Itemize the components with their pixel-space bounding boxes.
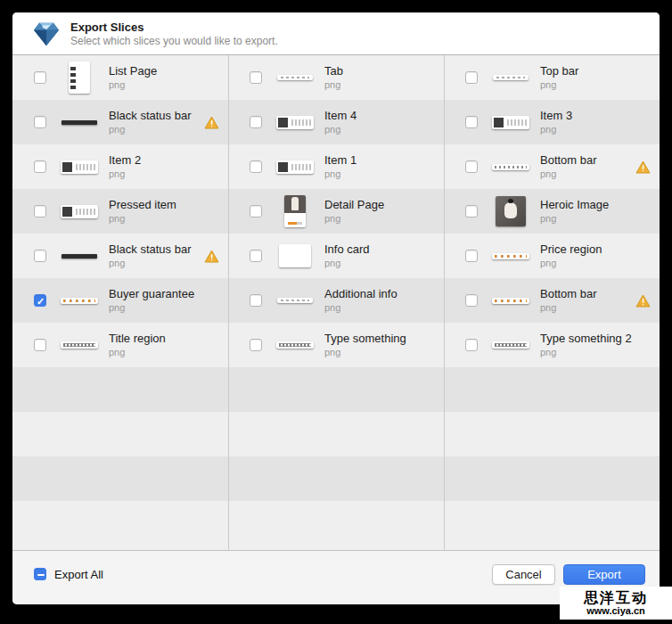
export-button[interactable]: Export xyxy=(563,564,645,585)
slice-format: png xyxy=(324,78,343,91)
slice-row: Black status barpngInfo cardpngPrice reg… xyxy=(12,234,660,278)
warning-icon xyxy=(204,250,219,263)
slice-text: Black status barpng xyxy=(109,242,192,269)
slice-format: png xyxy=(109,168,141,180)
slice-title: Type something 2 xyxy=(540,332,632,346)
slice-thumbnail xyxy=(490,341,531,349)
slice-cell[interactable]: Bottom barpng xyxy=(444,144,660,189)
slice-checkbox[interactable] xyxy=(250,116,262,128)
slice-title: Price region xyxy=(540,242,602,257)
slice-text: Price regionpng xyxy=(540,242,602,269)
slice-text: Bottom barpng xyxy=(540,153,597,180)
slice-checkbox[interactable] xyxy=(465,294,478,307)
slice-checkbox[interactable] xyxy=(465,71,478,84)
slice-cell[interactable]: Type something 2png xyxy=(444,323,660,367)
slice-thumbnail xyxy=(275,75,316,80)
slice-format: png xyxy=(540,212,609,225)
slice-checkbox[interactable] xyxy=(465,250,478,262)
slice-thumbnail xyxy=(59,341,100,349)
slice-thumbnail xyxy=(59,254,100,259)
slice-title: Tab xyxy=(324,64,343,78)
slice-thumbnail xyxy=(275,298,316,303)
slice-title: Type something xyxy=(324,332,406,346)
slice-cell[interactable]: Black status barpng xyxy=(12,234,228,278)
slice-text: Item 4png xyxy=(324,109,356,135)
slice-checkbox[interactable] xyxy=(34,205,46,218)
slice-checkbox[interactable] xyxy=(465,116,478,128)
slice-checkbox[interactable] xyxy=(465,205,478,218)
slice-checkbox[interactable] xyxy=(250,205,262,218)
slice-format: png xyxy=(324,301,397,314)
slice-format: png xyxy=(324,168,356,180)
slice-cell[interactable]: Detail Pagepng xyxy=(228,189,444,234)
slice-checkbox[interactable] xyxy=(34,250,46,262)
slice-row: Title regionpngType somethingpngType som… xyxy=(12,323,660,367)
slice-checkbox[interactable] xyxy=(34,339,46,351)
slice-cell[interactable]: Item 2png xyxy=(12,144,228,189)
slice-grid: List PagepngTabpngTop barpngBlack status… xyxy=(12,55,660,551)
slice-cell[interactable]: Buyer guaranteepng xyxy=(12,278,228,323)
slice-thumbnail xyxy=(490,164,531,170)
slice-thumbnail xyxy=(275,160,316,174)
slice-thumbnail xyxy=(275,116,316,129)
slice-cell[interactable]: Info cardpng xyxy=(228,234,444,278)
slice-checkbox[interactable] xyxy=(34,294,46,307)
slice-cell[interactable]: Title regionpng xyxy=(12,323,228,367)
slice-checkbox[interactable] xyxy=(34,71,46,84)
slice-thumbnail xyxy=(59,62,100,94)
slice-thumbnail xyxy=(490,298,531,304)
slice-title: Bottom bar xyxy=(540,153,597,168)
empty-row xyxy=(12,456,660,501)
slice-cell[interactable]: Additional infopng xyxy=(228,278,444,323)
dialog-header-text: Export Slices Select which slices you wo… xyxy=(70,21,278,47)
slice-format: png xyxy=(540,168,597,180)
slice-format: png xyxy=(324,257,370,269)
slice-cell[interactable]: Bottom barpng xyxy=(444,278,660,323)
warning-icon xyxy=(635,294,651,308)
slice-text: Black status barpng xyxy=(109,109,192,135)
slice-cell[interactable]: Price regionpng xyxy=(444,234,660,278)
slice-cell[interactable]: Black status barpng xyxy=(12,100,228,144)
slice-cell[interactable]: Type somethingpng xyxy=(228,323,444,367)
slice-title: Item 2 xyxy=(109,153,141,168)
slice-checkbox[interactable] xyxy=(34,116,46,128)
slice-cell[interactable]: Heroic Imagepng xyxy=(444,189,660,234)
slice-checkbox[interactable] xyxy=(34,160,46,173)
slice-checkbox[interactable] xyxy=(250,160,262,173)
slice-cell[interactable]: Item 1png xyxy=(228,144,444,189)
slice-cell[interactable]: List Pagepng xyxy=(12,55,228,100)
slice-format: png xyxy=(109,212,176,225)
slice-format: png xyxy=(540,78,578,91)
slice-text: Detail Pagepng xyxy=(324,198,384,225)
slice-text: Info cardpng xyxy=(324,242,370,269)
slice-checkbox[interactable] xyxy=(250,71,262,84)
empty-row xyxy=(12,412,660,456)
slice-cell[interactable]: Item 4png xyxy=(228,100,444,144)
slice-checkbox[interactable] xyxy=(465,339,478,351)
slice-title: Additional info xyxy=(324,287,397,301)
slice-checkbox[interactable] xyxy=(250,250,262,262)
slice-thumbnail xyxy=(490,116,531,129)
slice-checkbox[interactable] xyxy=(465,160,478,173)
slice-title: Detail Page xyxy=(324,198,384,212)
slice-title: Top bar xyxy=(540,64,578,78)
export-slices-dialog: Export Slices Select which slices you wo… xyxy=(12,12,660,604)
slice-thumbnail xyxy=(59,160,100,174)
export-all-checkbox[interactable] xyxy=(34,568,46,580)
cancel-button[interactable]: Cancel xyxy=(492,564,555,585)
dialog-header: Export Slices Select which slices you wo… xyxy=(12,12,660,55)
slice-cell[interactable]: Tabpng xyxy=(228,55,444,100)
slice-checkbox[interactable] xyxy=(250,294,262,307)
slice-format: png xyxy=(109,78,157,91)
slice-title: Buyer guarantee xyxy=(109,287,194,301)
dialog-subtitle: Select which slices you would like to ex… xyxy=(70,35,278,47)
slice-row: Item 2pngItem 1pngBottom barpng xyxy=(12,144,660,189)
column-divider xyxy=(444,55,445,550)
export-all-toggle[interactable]: Export All xyxy=(34,568,103,581)
sketch-logo-icon xyxy=(34,20,59,48)
slice-text: Type somethingpng xyxy=(324,332,406,358)
slice-cell[interactable]: Pressed itempng xyxy=(12,189,228,234)
slice-cell[interactable]: Top barpng xyxy=(444,55,660,100)
slice-cell[interactable]: Item 3png xyxy=(444,100,660,144)
slice-checkbox[interactable] xyxy=(250,339,262,351)
